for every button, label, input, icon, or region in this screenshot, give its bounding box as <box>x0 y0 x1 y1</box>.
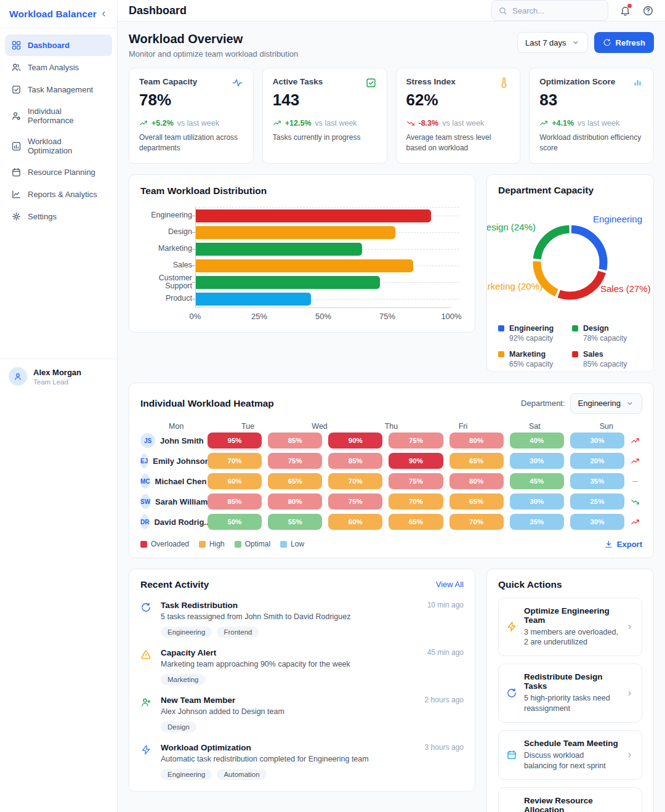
sidebar-item-label: Individual Performance <box>28 107 106 125</box>
x-tick-label: 0% <box>190 312 201 321</box>
overview-title: Workload Overview <box>129 32 298 46</box>
donut-label-design: Design (24%) <box>486 222 536 232</box>
heatmap-legend-overloaded: Overloaded <box>140 540 189 548</box>
search-input[interactable] <box>512 6 602 15</box>
chevron-right-icon <box>625 689 634 698</box>
sidebar-item-resource-planning[interactable]: Resource Planning <box>5 161 112 183</box>
app-logo: Workload Balancer <box>9 9 97 20</box>
legend-swatch <box>498 325 504 331</box>
sidebar-collapse-button[interactable] <box>99 9 108 18</box>
stat-compare: vs last week <box>315 119 357 128</box>
day-label-wed: Wed <box>284 422 355 431</box>
zap-icon <box>506 621 517 632</box>
heatmap-cell: 50% <box>208 514 262 530</box>
member-name: David Rodrig... <box>154 518 211 527</box>
stat-note: Workload distribution efficiency score <box>539 132 643 153</box>
export-button[interactable]: Export <box>604 540 642 549</box>
donut-chart-title: Department Capacity <box>498 185 642 196</box>
quick-action-schedule-team-meeting[interactable]: Schedule Team MeetingDiscuss workload ba… <box>498 730 642 780</box>
heatmap-cell: 65% <box>268 473 322 489</box>
sidebar-item-individual-performance[interactable]: Individual Performance <box>5 101 112 131</box>
bar-category-label: Customer Support <box>140 274 192 291</box>
date-range-select[interactable]: Last 7 days <box>517 32 588 53</box>
user-plus-icon <box>140 696 153 733</box>
trend-up-icon <box>627 436 642 445</box>
bar-product <box>196 293 311 306</box>
stat-note: Overall team utilization across departme… <box>139 132 243 153</box>
heatmap-cell: 85% <box>208 493 262 510</box>
sidebar-item-workload-optimization[interactable]: Workload Optimization <box>5 131 112 161</box>
refresh-button[interactable]: Refresh <box>594 32 654 53</box>
tag: Marketing <box>161 674 206 685</box>
day-label-thu: Thu <box>355 422 427 431</box>
heatmap-cell: 30% <box>570 514 624 530</box>
sidebar-item-label: Reports & Analytics <box>28 190 97 199</box>
heatmap-cell: 40% <box>510 432 564 449</box>
heatmap-cell: 85% <box>328 453 382 469</box>
heatmap-cell: 75% <box>328 493 382 510</box>
heatmap-legend: OverloadedHighOptimalLow <box>140 540 304 548</box>
help-button[interactable] <box>642 5 654 17</box>
stat-title: Stress Index <box>406 77 456 86</box>
bar-chart-box-icon <box>11 141 22 152</box>
quick-action-review-resource-allocation[interactable]: Review Resource AllocationMarketing team… <box>498 787 642 812</box>
bar-chart: EngineeringDesignMarketingSalesCustomer … <box>140 207 464 322</box>
bar-row-engineering: Engineering <box>140 208 464 224</box>
zap-icon <box>140 743 153 780</box>
sidebar-header: Workload Balancer <box>0 0 117 28</box>
chevron-left-icon <box>99 9 108 18</box>
tag: Engineering <box>161 627 212 638</box>
sidebar-nav: DashboardTeam AnalysisTask ManagementInd… <box>0 28 117 228</box>
search-box <box>491 0 608 21</box>
activity-item-desc: Marketing team approaching 90% capacity … <box>161 660 419 668</box>
activity-view-all-link[interactable]: View All <box>436 580 464 589</box>
heatmap-cell: 80% <box>449 432 504 449</box>
quick-action-optimize-engineering-team[interactable]: Optimize Engineering Team3 members are o… <box>498 598 642 657</box>
quick-action-redistribute-design-tasks[interactable]: Redistribute Design Tasks5 high-priority… <box>498 664 642 723</box>
chevron-right-icon <box>625 622 634 631</box>
overview-header: Workload Overview Monitor and optimize t… <box>129 32 654 59</box>
bar-category-label: Design <box>140 228 192 237</box>
chevron-down-icon <box>571 38 580 47</box>
quick-actions-list: Optimize Engineering Team3 members are o… <box>498 598 642 812</box>
notifications-button[interactable] <box>619 5 631 17</box>
bar-marketing <box>196 243 362 256</box>
sidebar-item-settings[interactable]: Settings <box>5 206 112 227</box>
sidebar-item-task-management[interactable]: Task Management <box>5 79 112 100</box>
trend-down-icon <box>627 497 642 506</box>
bottom-row: Recent Activity View All Task Redistribu… <box>129 569 654 812</box>
activity-item-capacity-alert: Capacity AlertMarketing team approaching… <box>140 648 464 685</box>
quick-action-title: Review Resource Allocation <box>524 796 618 812</box>
activity-item-time: 2 hours ago <box>425 696 464 733</box>
heatmap-cell: 90% <box>328 432 382 449</box>
chevron-right-icon <box>625 750 634 760</box>
bar-chart-card: Team Workload Distribution EngineeringDe… <box>129 174 475 333</box>
tag: Engineering <box>161 769 212 780</box>
department-select[interactable]: Engineering <box>570 393 642 414</box>
quick-action-title: Redistribute Design Tasks <box>524 672 618 691</box>
bar-row-product: Product <box>140 291 464 307</box>
stat-title: Active Tasks <box>273 77 323 86</box>
legend-swatch <box>572 351 578 357</box>
legend-swatch <box>572 325 578 331</box>
heatmap-cell: 65% <box>449 493 504 510</box>
legend-item-engineering: Engineering92% capacity <box>498 324 568 343</box>
stat-value: 62% <box>406 91 510 110</box>
heatmap-row-emily-johnson: EJEmily Johnson70%75%85%90%65%30%20% <box>140 451 642 471</box>
sidebar-user[interactable]: Alex Morgan Team Lead <box>0 359 117 394</box>
trend-up-icon <box>539 119 548 128</box>
stat-card-team-capacity: Team Capacity78%+5.2%vs last weekOverall… <box>129 68 254 164</box>
heatmap-cell: 80% <box>268 493 322 510</box>
stat-delta: +4.1% <box>552 119 574 128</box>
stat-value: 83 <box>539 91 643 110</box>
donut-chart-svg <box>523 215 618 310</box>
activity-item-title: Workload Optimization <box>161 743 417 752</box>
heatmap-title: Individual Workload Heatmap <box>140 398 274 409</box>
sidebar-item-team-analysis[interactable]: Team Analysis <box>5 57 112 78</box>
bar-row-design: Design <box>140 224 464 241</box>
sidebar-item-reports-analytics[interactable]: Reports & Analytics <box>5 184 112 205</box>
sidebar-item-dashboard[interactable]: Dashboard <box>5 35 112 56</box>
quick-actions-title: Quick Actions <box>498 579 642 590</box>
sidebar-item-label: Resource Planning <box>28 168 95 177</box>
donut-chart-card: Department Capacity EngineeringSales (27… <box>486 174 654 372</box>
